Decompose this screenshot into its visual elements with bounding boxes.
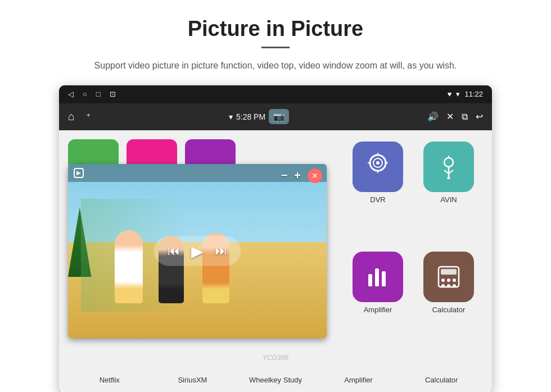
svg-point-19 <box>441 284 445 288</box>
person1 <box>115 230 143 303</box>
svg-point-10 <box>448 176 450 179</box>
pip-close-icon: ✕ <box>311 171 318 180</box>
avin-icon[interactable] <box>423 142 474 192</box>
clock: 11:22 <box>464 90 483 98</box>
status-right: ♥ ▾ 11:22 <box>448 90 483 98</box>
bottom-label-amplifier: Amplifier <box>325 376 392 384</box>
svg-point-21 <box>453 284 456 288</box>
status-left: ◁ ○ □ ⊡ <box>68 90 116 98</box>
page-title: Picture in Picture <box>188 17 364 41</box>
dvr-label: DVR <box>370 195 385 204</box>
app-item-avin[interactable]: AVIN <box>417 142 481 245</box>
location-icon: ♥ <box>448 90 452 98</box>
svg-point-20 <box>447 284 450 288</box>
amplifier-label: Amplifier <box>364 306 392 314</box>
pip-resize-controls[interactable]: − + ✕ <box>281 168 322 183</box>
back-icon[interactable]: ↩ <box>476 111 483 122</box>
svg-rect-12 <box>375 268 379 286</box>
pip-icon[interactable]: ⧉ <box>462 112 468 122</box>
app-bar-right: 🔊 ✕ ⧉ ↩ <box>427 111 483 122</box>
volume-icon[interactable]: 🔊 <box>427 111 439 122</box>
bottom-app-labels: Netflix SiriusXM Wheelkey Study Amplifie… <box>59 366 492 392</box>
dvr-icon[interactable] <box>353 142 403 192</box>
pip-prev-button[interactable]: ⏮ <box>168 244 180 258</box>
app-grid: DVR AVIN <box>335 130 492 366</box>
pip-plus-button[interactable]: + <box>294 169 301 182</box>
svg-rect-11 <box>368 274 372 286</box>
app-bar: ⌂ ⁺ ▾ 5:28 PM 📷 🔊 ✕ ⧉ ↩ <box>59 103 492 130</box>
camera-button[interactable]: 📷 <box>269 109 289 124</box>
avin-label: AVIN <box>440 195 457 204</box>
app-bar-center: ▾ 5:28 PM 📷 <box>229 109 289 124</box>
calculator-label: Calculator <box>432 306 466 314</box>
home-nav-icon[interactable]: ○ <box>83 90 87 98</box>
pip-close-button[interactable]: ✕ <box>308 168 322 183</box>
svg-point-16 <box>441 279 445 282</box>
calculator-svg <box>435 263 462 290</box>
wifi-icon: ▾ <box>456 90 460 98</box>
watermark: YCG399 <box>263 354 288 362</box>
back-nav-icon[interactable]: ◁ <box>68 90 74 98</box>
app-bar-left: ⌂ ⁺ <box>68 110 91 123</box>
status-bar: ◁ ○ □ ⊡ ♥ ▾ 11:22 <box>59 85 492 103</box>
pip-video-window[interactable]: ▶ − + ✕ ⏮ ▶ ⏭ <box>68 164 327 338</box>
page-wrapper: Picture in Picture Support video picture… <box>0 0 551 392</box>
home-icon[interactable]: ⌂ <box>68 110 75 123</box>
avin-svg <box>436 154 461 179</box>
close-icon[interactable]: ✕ <box>446 111 454 122</box>
main-content: ▶ − + ✕ ⏮ ▶ ⏭ <box>59 130 492 366</box>
amplifier-icon[interactable] <box>353 252 403 302</box>
title-divider <box>261 47 290 48</box>
app-item-amplifier[interactable]: Amplifier <box>346 252 410 355</box>
pip-video-inner: ▶ − + ✕ ⏮ ▶ ⏭ <box>68 164 327 338</box>
bottom-label-siriusxm: SiriusXM <box>159 376 226 384</box>
pip-playback-controls[interactable]: ⏮ ▶ ⏭ <box>154 236 241 266</box>
device-frame: ◁ ○ □ ⊡ ♥ ▾ 11:22 ⌂ ⁺ ▾ 5:28 PM 📷 <box>59 85 492 392</box>
svg-point-18 <box>453 279 456 282</box>
pip-next-button[interactable]: ⏭ <box>215 244 227 258</box>
svg-rect-13 <box>382 271 386 286</box>
bottom-label-netflix: Netflix <box>76 376 143 384</box>
usb-icon: ⁺ <box>86 111 91 122</box>
record-icon: ▶ <box>74 168 84 178</box>
dvr-svg <box>364 153 392 181</box>
app-item-dvr[interactable]: DVR <box>346 142 410 245</box>
wifi-status-icon: ▾ <box>229 112 233 121</box>
svg-rect-15 <box>441 269 457 275</box>
svg-point-7 <box>444 158 453 167</box>
pip-minus-button[interactable]: − <box>281 169 288 182</box>
svg-point-2 <box>376 161 380 165</box>
recent-nav-icon[interactable]: □ <box>96 90 101 98</box>
calculator-icon[interactable] <box>423 252 474 302</box>
page-subtitle: Support video picture in picture functio… <box>94 58 457 73</box>
screenshot-icon[interactable]: ⊡ <box>110 90 116 98</box>
app-bar-time: 5:28 PM <box>236 112 265 121</box>
pip-play-button[interactable]: ▶ <box>191 241 204 260</box>
app-item-calculator[interactable]: Calculator <box>417 252 481 355</box>
amplifier-svg <box>364 263 392 291</box>
svg-point-17 <box>447 279 450 282</box>
bottom-label-wheelkey: Wheelkey Study <box>242 376 309 384</box>
bottom-label-calculator: Calculator <box>408 376 475 384</box>
